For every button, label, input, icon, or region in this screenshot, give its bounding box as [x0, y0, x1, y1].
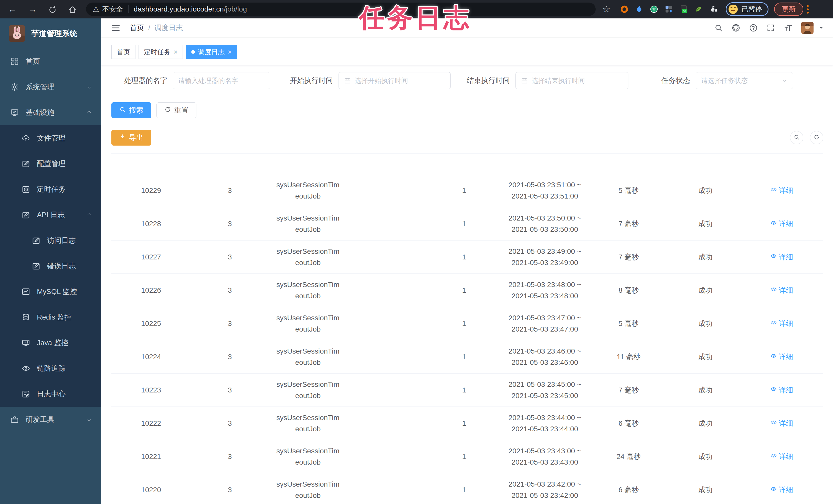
sidebar-item[interactable]: 文件管理	[0, 125, 101, 151]
browser-profile-chip[interactable]: 已暂停	[726, 2, 768, 16]
detail-link[interactable]: 详细	[770, 418, 793, 429]
refresh-icon	[164, 106, 171, 115]
bookmark-star-icon[interactable]: ☆	[602, 4, 611, 15]
extensions-puzzle-icon[interactable]	[709, 5, 718, 14]
detail-link[interactable]: 详细	[770, 285, 793, 296]
sidebar-item[interactable]: 错误日志	[0, 253, 101, 279]
table-row: 10221 3 sysUserSessionTimeoutJob 1 2021-…	[111, 440, 823, 473]
sidebar-item[interactable]: 定时任务	[0, 177, 101, 202]
layers-icon	[22, 313, 30, 322]
cell-log-id: 10229	[111, 185, 191, 196]
extension-green-circle-icon[interactable]	[649, 5, 659, 14]
page: ← → ⚠ 不安全 dashboard.yudao.iocoder.cn /jo…	[0, 0, 833, 504]
cell-duration: 7 毫秒	[587, 251, 671, 262]
fullscreen-icon[interactable]	[766, 24, 775, 32]
reload-icon[interactable]	[43, 4, 63, 15]
sidebar-menu: 首页 系统管理 基础设施 文件管理	[0, 49, 101, 432]
extension-grid-icon[interactable]	[664, 5, 673, 14]
cell-log-id: 10221	[111, 451, 191, 462]
task-status-select[interactable]: 请选择任务状态	[696, 72, 793, 89]
table-row: 10225 3 sysUserSessionTimeoutJob 1 2021-…	[111, 307, 823, 340]
toggle-search-button[interactable]	[790, 131, 803, 144]
log-table: 10229 3 sysUserSessionTimeoutJob 1 2021-…	[111, 153, 823, 504]
github-icon[interactable]	[732, 24, 740, 32]
user-avatar[interactable]	[801, 22, 813, 34]
cell-exec-time: 2021-05-03 23:51:00 ~ 2021-05-03 23:51:0…	[503, 179, 587, 202]
sidebar-item[interactable]: 日志中心	[0, 381, 101, 407]
cell-actions: 详细	[740, 285, 823, 296]
refresh-icon	[48, 4, 57, 14]
tab[interactable]: 首页 ×	[111, 45, 136, 59]
sidebar-item[interactable]: Java 监控	[0, 330, 101, 356]
toolbox-icon	[10, 415, 19, 424]
calendar-icon	[344, 77, 351, 84]
detail-link[interactable]: 详细	[770, 251, 793, 262]
breadcrumb-home[interactable]: 首页	[130, 23, 144, 33]
browser-update-button[interactable]: 更新	[774, 3, 803, 16]
caret-down-icon[interactable]	[819, 25, 824, 30]
detail-link[interactable]: 详细	[770, 484, 793, 495]
forward-icon[interactable]: →	[23, 4, 43, 15]
detail-link[interactable]: 详细	[770, 384, 793, 396]
sidebar-item[interactable]: 首页	[0, 49, 101, 74]
handler-name-input[interactable]: 请输入处理器的名字	[173, 72, 270, 89]
refresh-table-button[interactable]	[810, 131, 823, 144]
tab[interactable]: 调度日志 ×	[186, 45, 237, 59]
tab[interactable]: 定时任务 ×	[139, 45, 183, 59]
extension-on-badge-icon[interactable]: on	[679, 5, 688, 14]
search-icon[interactable]	[714, 24, 723, 32]
extension-leaf-icon[interactable]	[694, 5, 703, 14]
cell-status: 成功	[671, 384, 740, 396]
url-host: dashboard.yudao.iocoder.cn	[134, 5, 224, 13]
sidebar-item[interactable]: 基础设施	[0, 100, 101, 125]
extension-ring-icon[interactable]	[620, 5, 629, 14]
hamburger-icon[interactable]	[111, 23, 121, 33]
edit-icon	[32, 236, 41, 245]
start-time-input[interactable]: 选择开始执行时间	[338, 72, 451, 89]
sidebar-item[interactable]: 配置管理	[0, 151, 101, 177]
chevron-icon	[86, 212, 92, 218]
detail-link[interactable]: 详细	[770, 318, 793, 329]
sidebar-item[interactable]: 研发工具	[0, 407, 101, 432]
cell-actions: 详细	[740, 318, 823, 329]
close-icon[interactable]: ×	[174, 48, 177, 56]
detail-link[interactable]: 详细	[770, 218, 793, 229]
home-icon	[68, 4, 77, 14]
app-logo[interactable]: 芋道管理系统	[0, 19, 101, 49]
cell-exec-time: 2021-05-03 23:47:00 ~ 2021-05-03 23:47:0…	[503, 312, 587, 335]
detail-link[interactable]: 详细	[770, 185, 793, 196]
home-icon[interactable]	[63, 4, 82, 15]
cell-handler: sysUserSessionTimeoutJob	[269, 412, 347, 434]
detail-link[interactable]: 详细	[770, 451, 793, 462]
browser-menu-icon[interactable]	[807, 5, 809, 14]
extension-drop-icon[interactable]	[635, 5, 644, 14]
download-icon	[119, 133, 126, 142]
search-button[interactable]: 搜索	[111, 102, 151, 118]
back-icon[interactable]: ←	[3, 4, 23, 15]
reset-button[interactable]: 重置	[157, 102, 196, 118]
cell-actions: 详细	[740, 451, 823, 462]
sidebar-item[interactable]: 访问日志	[0, 228, 101, 253]
sidebar-item[interactable]: Redis 监控	[0, 304, 101, 330]
cell-handler: sysUserSessionTimeoutJob	[269, 246, 347, 268]
export-button[interactable]: 导出	[111, 130, 151, 146]
end-time-input[interactable]: 选择结束执行时间	[516, 72, 628, 89]
filter-end-time: 结束执行时间 选择结束执行时间	[467, 72, 628, 89]
sidebar-item[interactable]: 系统管理	[0, 74, 101, 100]
cell-exec-time: 2021-05-03 23:48:00 ~ 2021-05-03 23:48:0…	[503, 279, 587, 301]
url-path: /job/log	[224, 5, 247, 13]
sidebar-item[interactable]: 链路追踪	[0, 356, 101, 381]
detail-link[interactable]: 详细	[770, 351, 793, 362]
sidebar-item[interactable]: MySQL 监控	[0, 279, 101, 304]
table-row: 10226 3 sysUserSessionTimeoutJob 1 2021-…	[111, 274, 823, 307]
text-size-icon[interactable]	[784, 24, 792, 32]
sidebar-item[interactable]: API 日志	[0, 202, 101, 228]
app-frame: 芋道管理系统 首页 系统管理 基础设施	[0, 19, 833, 504]
cell-round: 1	[425, 351, 503, 362]
extension-icons: on	[620, 5, 718, 14]
close-icon[interactable]: ×	[228, 48, 232, 56]
breadcrumb-separator: /	[148, 24, 150, 32]
help-icon[interactable]	[749, 24, 758, 32]
cell-status: 成功	[671, 285, 740, 296]
url-bar[interactable]: ⚠ 不安全 dashboard.yudao.iocoder.cn /job/lo…	[86, 3, 596, 16]
